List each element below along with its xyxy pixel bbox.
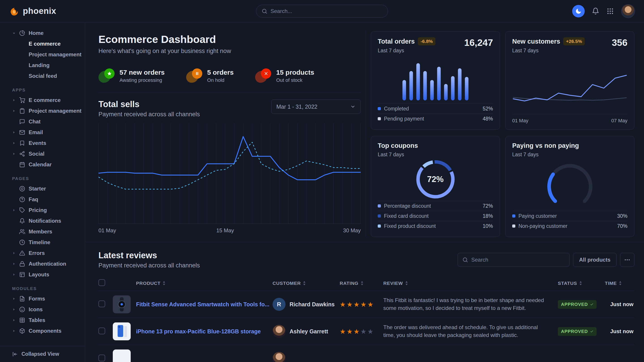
sidebar-item-home-social-feed[interactable]: Social feed <box>0 71 85 81</box>
sidebar-item-chat[interactable]: Chat <box>0 116 85 127</box>
brand[interactable]: phoenix <box>9 6 56 16</box>
sidebar-item-faq[interactable]: Faq <box>0 194 85 205</box>
sidebar-item-home[interactable]: Home <box>0 28 85 38</box>
card-title: New customers <box>512 38 560 45</box>
sidebar-item-pricing[interactable]: Pricing <box>0 205 85 216</box>
card-period: Last 7 days <box>512 152 579 158</box>
star-icon <box>107 71 112 76</box>
bookmark-icon <box>19 140 25 146</box>
total-orders-legend: Completed52%Pending payment48% <box>378 103 493 124</box>
sidebar-item-forms[interactable]: Forms <box>0 293 85 304</box>
row-checkbox[interactable] <box>98 328 105 334</box>
legend-label: Completed <box>384 106 409 112</box>
legend-row: Completed52% <box>378 103 493 114</box>
column-header-status[interactable]: STATUS <box>558 281 582 286</box>
trend-badge: +26.5% <box>563 37 585 45</box>
ellipsis-icon <box>624 257 630 263</box>
sidebar-item-calendar[interactable]: Calendar <box>0 159 85 170</box>
sort-icon <box>163 281 165 285</box>
app-root: phoenix HomeE commerceProject management… <box>0 0 644 362</box>
paying-gauge-chart <box>512 158 628 211</box>
bell-icon <box>19 218 25 224</box>
card-period: Last 7 days <box>378 152 418 158</box>
sidebar-item-layouts[interactable]: Layouts <box>0 269 85 280</box>
total-orders-chart <box>378 54 493 103</box>
caret-down-icon <box>12 31 16 35</box>
sidebar-item-icons[interactable]: Icons <box>0 304 85 315</box>
latest-reviews-section: Latest reviews Payment received across a… <box>98 242 634 362</box>
check-icon <box>590 303 594 306</box>
sidebar-item-authentication[interactable]: Authentication <box>0 259 85 269</box>
date-range-select[interactable]: Mar 1 - 31, 2022 <box>271 99 361 114</box>
sidebar-item-components[interactable]: Components <box>0 326 85 336</box>
legend-swatch <box>378 117 381 120</box>
sidebar-item-email[interactable]: Email <box>0 127 85 138</box>
navbar-search[interactable] <box>256 5 388 18</box>
top-coupons-card: Top coupons Last 7 days 72% Percentage d… <box>371 136 500 237</box>
row-checkbox[interactable] <box>98 301 105 307</box>
sidebar-item-errors[interactable]: Errors <box>0 248 85 259</box>
column-header-product[interactable]: PRODUCT <box>136 281 165 286</box>
notifications-button[interactable] <box>592 7 599 15</box>
x-label-end: 07 May <box>611 118 628 124</box>
customer-name: Richard Dawkins <box>290 301 334 308</box>
legend-row: Percentage discount72% <box>378 201 493 211</box>
sidebar-item-timeline[interactable]: Timeline <box>0 237 85 248</box>
legend-value: 70% <box>617 223 628 229</box>
sidebar-section-title-pages: PAGES <box>12 176 85 181</box>
sidebar-item-home-landing[interactable]: Landing <box>0 60 85 71</box>
legend-label: Non-paying customer <box>518 223 568 229</box>
sidebar-item-home-project-management[interactable]: Project management <box>0 49 85 60</box>
share-icon <box>19 151 25 157</box>
caret-right-icon <box>12 208 16 212</box>
reviews-search-input[interactable] <box>471 257 565 263</box>
sidebar-section-title-apps: APPS <box>12 88 85 93</box>
sidebar-item-starter[interactable]: Starter <box>0 183 85 194</box>
more-options-button[interactable] <box>620 253 634 267</box>
legend-label: Paying customer <box>518 213 557 219</box>
customer-avatar <box>272 352 286 362</box>
product-link[interactable]: iPhone 13 pro max-Pacific Blue-128GB sto… <box>136 328 261 335</box>
sidebar-item-notifications[interactable]: Notifications <box>0 216 85 226</box>
legend-value: 18% <box>483 213 493 219</box>
apps-grid-button[interactable] <box>606 7 614 15</box>
customer-name: Ashley Garrett <box>290 328 328 335</box>
sidebar-item-events[interactable]: Events <box>0 138 85 148</box>
reviews-search[interactable] <box>458 253 570 267</box>
caret-right-icon <box>12 297 16 301</box>
all-products-button[interactable]: All products <box>573 253 616 267</box>
product-thumbnail <box>113 295 131 313</box>
sidebar-item-home-e-commerce[interactable]: E commerce <box>0 38 85 49</box>
tag-icon <box>19 207 25 213</box>
user-avatar[interactable] <box>621 4 635 18</box>
help-icon <box>19 197 25 202</box>
navbar-search-input[interactable] <box>270 8 382 14</box>
star-badge-icon <box>98 68 114 83</box>
column-header-time[interactable]: TIME <box>605 281 622 286</box>
sidebar-item-members[interactable]: Members <box>0 226 85 237</box>
sort-icon <box>361 281 364 285</box>
column-header-rating[interactable]: RATING <box>340 281 364 286</box>
new-customers-axis: 01 May 07 May <box>512 114 628 124</box>
column-header-customer[interactable]: CUSTOMER <box>272 281 306 286</box>
clipboard-icon <box>19 108 25 114</box>
check-icon <box>590 330 594 333</box>
legend-value: 52% <box>483 106 493 112</box>
column-header-review[interactable]: REVIEW <box>383 281 408 286</box>
x-label-start: 01 May <box>512 118 528 124</box>
total-orders-value: 16,247 <box>464 37 493 48</box>
clock-icon <box>19 240 25 245</box>
trend-badge: -6.8% <box>418 37 436 45</box>
row-checkbox[interactable] <box>98 355 105 361</box>
sidebar-item-social[interactable]: Social <box>0 148 85 159</box>
collapsed-view-toggle[interactable]: Collapsed View <box>0 346 85 362</box>
product-link[interactable]: Fitbit Sense Advanced Smartwatch with To… <box>136 301 270 308</box>
sidebar-item-tables[interactable]: Tables <box>0 315 85 326</box>
sidebar-item-e-commerce[interactable]: E commerce <box>0 95 85 105</box>
collapse-icon <box>12 351 18 357</box>
theme-toggle-button[interactable] <box>572 5 585 17</box>
review-text: The order was delivered ahead of schedul… <box>383 324 558 339</box>
sidebar-item-project-management[interactable]: Project management <box>0 105 85 116</box>
select-all-checkbox[interactable] <box>98 279 105 286</box>
x-label-end: 30 May <box>343 227 361 235</box>
